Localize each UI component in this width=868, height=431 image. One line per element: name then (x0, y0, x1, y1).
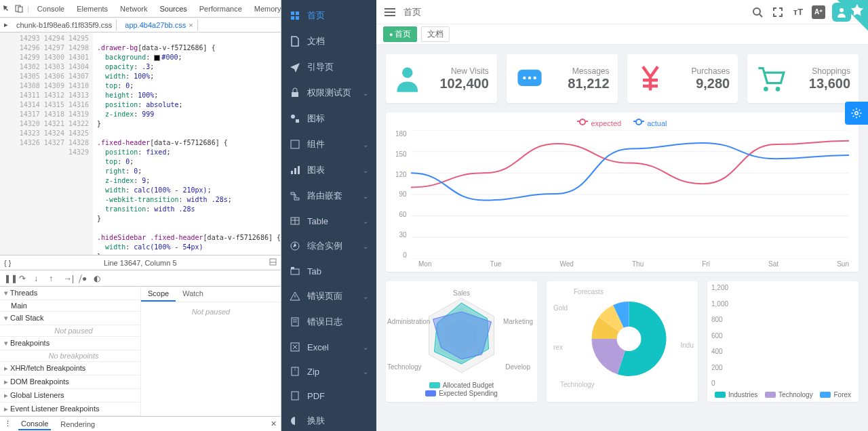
dashboard-content: New Visits102,400Messages81,212Purchases… (376, 45, 868, 411)
tab-performance[interactable]: Performance (195, 2, 246, 16)
sidebar-item-8[interactable]: Table⌄ (281, 209, 376, 233)
font-size-icon[interactable]: тT (791, 5, 805, 19)
sidebar-item-6[interactable]: 图表⌄ (281, 157, 376, 183)
lock-icon (290, 87, 300, 98)
sidebar-item-11[interactable]: 错误页面⌄ (281, 283, 376, 309)
watch-tab[interactable]: Watch (176, 287, 210, 302)
thread-main[interactable]: Main (0, 300, 140, 312)
line-gutter: 14293 14294 14295 14296 14297 14298 1429… (0, 33, 93, 255)
line-chart-panel: expected actual 1801501209060300 MonTueW… (386, 112, 859, 272)
settings-fab[interactable] (845, 102, 868, 125)
radar-panel: Sales Marketing Develop Technology Admin… (386, 281, 537, 402)
drawer-close-icon[interactable]: ✕ (271, 419, 277, 428)
sidebar-item-7[interactable]: 路由嵌套⌄ (281, 183, 376, 209)
puzzle-icon (290, 139, 300, 150)
navigator-icon[interactable]: ▸ (4, 20, 8, 29)
breakpoints-empty: No breakpoints (0, 350, 140, 362)
svg-point-36 (402, 68, 412, 78)
acc-xhr[interactable]: XHR/fetch Breakpoints (0, 362, 140, 375)
step-into-icon[interactable]: ↓ (34, 274, 43, 283)
hamburger-icon[interactable] (383, 5, 397, 19)
lang-icon[interactable]: A⁺ (812, 5, 825, 19)
stat-card-2[interactable]: Purchases9,280 (627, 54, 738, 103)
scope-tab[interactable]: Scope (141, 287, 176, 302)
source-editor[interactable]: 14293 14294 14295 14296 14297 14298 1429… (0, 33, 281, 255)
step-over-icon[interactable]: ↷ (19, 274, 28, 283)
sidebar-item-16[interactable]: 换肤 (281, 408, 376, 431)
device-icon[interactable] (15, 4, 23, 14)
step-icon[interactable]: →| (64, 274, 73, 283)
deactivate-bp-icon[interactable]: ⧸● (79, 274, 88, 283)
sidebar-item-2[interactable]: 引导页 (281, 54, 376, 80)
svg-point-41 (764, 87, 768, 91)
sidebar-item-14[interactable]: Zip⌄ (281, 359, 376, 384)
svg-point-42 (776, 87, 781, 91)
sidebar-label: 错误页面 (307, 290, 342, 302)
svg-rect-8 (292, 92, 298, 97)
svg-rect-11 (291, 140, 299, 148)
drawer-menu-icon[interactable]: ⋮ (4, 419, 12, 428)
close-icon[interactable]: × (189, 21, 193, 29)
sidebar-item-9[interactable]: 综合实例⌄ (281, 233, 376, 259)
drawer-rendering[interactable]: Rendering (58, 419, 98, 430)
visited-tab-0[interactable]: 首页 (383, 26, 417, 42)
sidebar-item-13[interactable]: Excel⌄ (281, 335, 376, 359)
sidebar-item-10[interactable]: Tab (281, 259, 376, 283)
table-icon (290, 216, 300, 226)
stat-card-3[interactable]: Shoppings13,600 (747, 54, 859, 103)
acc-event-listener-bp[interactable]: Event Listener Breakpoints (0, 403, 140, 416)
card-title: New Visits (432, 66, 489, 76)
svg-rect-13 (294, 168, 296, 174)
devtools-panel: | Console Elements Network Sources Perfo… (0, 0, 281, 431)
visited-tab-1[interactable]: 文档 (421, 26, 450, 42)
pause-exceptions-icon[interactable]: ◐ (94, 274, 103, 283)
file-tab-1[interactable]: app.4b4a27bb.css× (121, 20, 197, 30)
sidebar-item-3[interactable]: 权限测试页⌄ (281, 80, 376, 106)
acc-dom[interactable]: DOM Breakpoints (0, 375, 140, 389)
doc-icon (290, 36, 300, 47)
svg-line-33 (760, 14, 762, 17)
stat-card-0[interactable]: New Visits102,400 (386, 54, 497, 103)
legend-expected[interactable]: expected (577, 119, 621, 127)
pretty-print-icon[interactable]: { } (4, 259, 11, 267)
log-icon (290, 316, 300, 327)
sidebar[interactable]: 首页文档引导页权限测试页⌄图标组件⌄图表⌄路由嵌套⌄Table⌄综合实例⌄Tab… (281, 0, 376, 431)
tab-console[interactable]: Console (33, 2, 68, 16)
card-value: 81,212 (553, 76, 610, 91)
stat-card-1[interactable]: Messages81,212 (507, 54, 618, 103)
acc-threads[interactable]: Threads (0, 287, 140, 300)
main-area: 首页 тT A⁺ ▾ 首页 文档 New Visits102,400Messag… (376, 0, 868, 431)
tab-sources[interactable]: Sources (155, 2, 191, 16)
file-tabs: ▸ chunk-b1f98ea6.f1f835f9.css app.4b4a27… (0, 18, 281, 33)
pause-icon[interactable]: ❚❚ (4, 274, 14, 283)
acc-breakpoints[interactable]: Breakpoints (0, 337, 140, 350)
sidebar-item-4[interactable]: 图标 (281, 106, 376, 131)
tab-memory[interactable]: Memory (250, 2, 285, 16)
search-icon[interactable] (751, 5, 764, 19)
tab-elements[interactable]: Elements (73, 2, 112, 16)
tab-network[interactable]: Network (116, 2, 151, 16)
pie-panel: Forecasts Gold Indu rex Technology (547, 281, 698, 402)
coverage-icon[interactable] (269, 258, 277, 267)
legend-actual[interactable]: actual (633, 119, 667, 127)
step-out-icon[interactable]: ↑ (49, 274, 58, 283)
sidebar-item-15[interactable]: PDF (281, 384, 376, 408)
pie-lbl-tech: Technology (560, 381, 595, 388)
pie-lbl-forecasts: Forecasts (574, 288, 604, 295)
drawer-console[interactable]: Console (18, 418, 51, 430)
chevron-down-icon: ⌄ (363, 192, 368, 200)
acc-global-listeners[interactable]: Global Listeners (0, 389, 140, 403)
file-tab-0[interactable]: chunk-b1f98ea6.f1f835f9.css (12, 20, 117, 30)
code-area[interactable]: .drawer-bg[data-v-f5712686] { background… (93, 33, 281, 255)
acc-callstack[interactable]: Call Stack (0, 312, 140, 325)
sidebar-item-0[interactable]: 首页 (281, 3, 376, 28)
radar-axis-0: Sales (453, 289, 470, 297)
sidebar-item-5[interactable]: 组件⌄ (281, 131, 376, 157)
github-corner[interactable] (825, 0, 868, 43)
fullscreen-icon[interactable] (771, 5, 785, 19)
sidebar-item-12[interactable]: 错误日志 (281, 309, 376, 335)
inspect-icon[interactable] (3, 4, 11, 14)
sidebar-item-1[interactable]: 文档 (281, 28, 376, 54)
yen-icon (635, 64, 665, 94)
tab-icon (290, 266, 300, 276)
